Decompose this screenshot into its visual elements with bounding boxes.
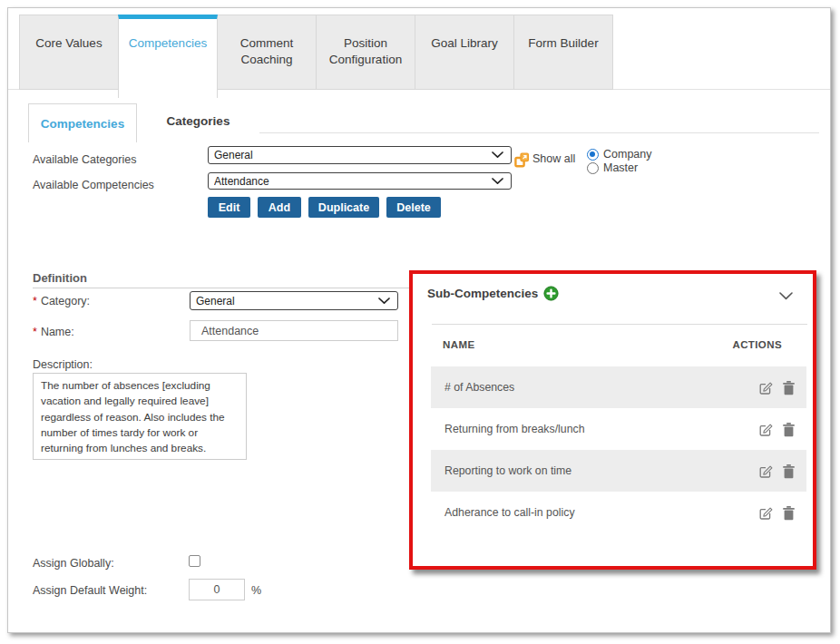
main-tab-strip: Core Values Competencies Comment Coachin… [19,15,613,98]
app-window: Core Values Competencies Comment Coachin… [7,7,831,633]
tab-label: Goal Library [431,35,498,89]
radio-selected-icon[interactable] [587,149,599,161]
percent-unit-label: % [251,584,261,597]
subtab-competencies[interactable]: Competencies [28,103,137,142]
tab-label: Core Values [35,35,102,89]
description-field-label: Description: [33,358,93,371]
row-actions [757,422,796,437]
table-row: Returning from breaks/lunch [431,408,806,450]
duplicate-button[interactable]: Duplicate [308,197,379,218]
scope-option-master[interactable]: Master [587,161,652,174]
category-field-label: *Category: [33,295,90,307]
collapse-chevron-icon[interactable] [779,292,793,300]
default-weight-input[interactable] [189,579,245,600]
required-marker: * [33,295,37,307]
tab-form-builder[interactable]: Form Builder [513,15,613,90]
available-categories-label: Available Categories [33,153,136,166]
panel-divider [432,324,807,325]
edit-icon[interactable] [757,422,773,437]
sub-competency-name: Adherance to call-in policy [444,506,757,519]
tab-label: Competencies [129,35,207,98]
show-all-label: Show all [532,152,575,165]
available-categories-select[interactable]: General [208,146,512,164]
selected-category-value: General [214,149,492,161]
sub-competency-name: # of Absences [444,381,757,394]
row-actions [757,505,796,521]
tab-core-values[interactable]: Core Values [19,15,119,90]
sub-competency-name: Returning from breaks/lunch [444,423,757,435]
table-row: # of Absences [431,366,806,408]
subtab-categories[interactable]: Categories [137,103,259,138]
tab-label: Position Configuration [317,35,415,89]
assign-default-weight-label: Assign Default Weight: [33,584,147,597]
sub-competencies-table: # of Absences Returning from breaks/lunc… [431,366,806,533]
assign-globally-checkbox[interactable] [189,555,200,567]
tab-label: Form Builder [528,35,598,89]
competency-actions-toolbar: Edit Add Duplicate Delete [208,197,441,218]
definition-section-title: Definition [33,271,87,285]
chevron-down-icon [492,151,503,159]
sub-competency-name: Reporting to work on time [444,464,757,477]
table-row: Adherance to call-in policy [431,492,806,533]
scope-option-company[interactable]: Company [587,148,652,161]
tab-comment-coaching[interactable]: Comment Coaching [217,15,317,90]
delete-icon[interactable] [782,380,796,395]
radio-unselected-icon[interactable] [587,162,599,174]
edit-icon[interactable] [757,505,773,521]
edit-icon[interactable] [757,463,773,479]
add-button[interactable]: Add [258,197,301,218]
delete-button[interactable]: Delete [386,197,441,218]
available-competencies-select[interactable]: Attendance [208,172,512,190]
scope-radio-group: Company Master [587,148,652,174]
show-all-control[interactable]: Show all [514,151,575,168]
tab-position-configuration[interactable]: Position Configuration [316,15,415,90]
table-row: Reporting to work on time [431,450,806,492]
name-field[interactable]: Attendance [190,320,398,341]
description-textarea[interactable]: The number of absences [excluding vacati… [33,373,247,460]
show-all-icon [514,152,530,168]
sub-competencies-title-text: Sub-Competencies [427,287,538,300]
delete-icon[interactable] [782,505,796,521]
definition-divider [33,288,421,288]
scope-master-label: Master [603,161,638,174]
tab-competencies[interactable]: Competencies [118,15,218,98]
row-actions [757,463,796,479]
chevron-down-icon [492,178,503,185]
available-competencies-label: Available Competencies [33,179,154,191]
sub-competencies-title: Sub-Competencies [427,286,559,301]
assign-globally-label: Assign Globally: [33,557,114,570]
category-value: General [196,295,378,307]
delete-icon[interactable] [782,463,796,479]
column-header-name: NAME [443,339,474,350]
row-actions [757,380,796,395]
scope-company-label: Company [603,148,652,161]
tab-label: Comment Coaching [218,35,316,89]
tab-goal-library[interactable]: Goal Library [415,15,514,90]
selected-competency-value: Attendance [214,175,492,188]
column-header-actions: ACTIONS [732,339,782,350]
edit-icon[interactable] [757,380,773,395]
category-select[interactable]: General [190,291,398,310]
sub-competencies-panel: Sub-Competencies NAME ACTIONS # of Absen… [409,270,816,570]
chevron-down-icon [378,298,390,305]
add-sub-competency-icon[interactable] [543,286,559,301]
edit-button[interactable]: Edit [208,197,250,218]
delete-icon[interactable] [782,422,796,437]
required-marker: * [33,326,37,338]
name-field-label: *Name: [33,326,74,338]
